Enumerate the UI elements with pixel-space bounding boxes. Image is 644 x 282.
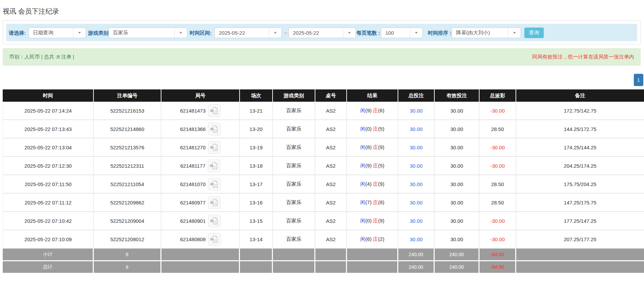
cell-remark: 147.25/175.75 <box>516 194 644 212</box>
select-type-label: 请选择: <box>9 28 26 38</box>
round-no-wrap: 621481270 <box>161 141 239 154</box>
game-type-dropdown[interactable]: 百家乐 <box>108 28 187 38</box>
result-player-value: (6) <box>365 236 371 242</box>
video-replay-button[interactable] <box>208 123 221 135</box>
date-to-dropdown[interactable]: 2025-05-22 <box>289 28 356 38</box>
table-row: 2025-05-22 07:14:24522521216153621481473… <box>3 102 644 120</box>
page-title: 视讯 会员下注纪录 <box>3 7 59 16</box>
column-header-0: 时间 <box>3 89 94 102</box>
game-type-value: 百家乐 <box>109 28 174 38</box>
total-cell-1: 8 <box>94 261 161 274</box>
round-no-value: 621480808 <box>180 236 206 242</box>
result-banker-label: 庄 <box>373 163 378 168</box>
cell-valid-bet: 30.00 <box>435 212 480 230</box>
result-player-value: (0) <box>365 126 371 132</box>
summary-bar: 币别：人民币 | 总共 :8 注单 | 同局有效投注，统一计算在该局第一张注单内 <box>3 48 641 66</box>
result-player-label: 闲 <box>360 144 365 150</box>
round-no-value: 621481070 <box>180 181 206 187</box>
column-header-10: 备注 <box>516 89 644 102</box>
cell-result: 闲(7) 庄(8) <box>347 194 398 212</box>
cell-table-no: AS2 <box>315 212 347 230</box>
column-header-1: 注单编号 <box>94 89 161 102</box>
video-replay-button[interactable] <box>208 196 221 209</box>
result-banker-label: 庄 <box>373 107 378 113</box>
table-row: 2025-05-22 07:13:04522521213576621481270… <box>3 138 644 157</box>
table-row: 2025-05-22 07:13:43522521214860621481366… <box>3 120 644 138</box>
cell-round-no: 621481270 <box>161 138 240 157</box>
tilde-separator: ~ <box>284 28 287 38</box>
cell-total-bet[interactable]: 30.00 <box>398 194 435 212</box>
cell-total-bet[interactable]: 30.00 <box>398 212 435 230</box>
chevron-down-icon <box>73 28 86 38</box>
subtotal-cell-3 <box>240 249 273 261</box>
cell-table-no: AS2 <box>315 138 347 157</box>
cell-total-bet[interactable]: 30.00 <box>398 138 435 157</box>
cell-remark: 174.25/144.25 <box>516 138 644 157</box>
cell-total-bet[interactable]: 30.00 <box>398 120 435 138</box>
video-file-icon <box>210 106 219 115</box>
result-banker-value: (5) <box>378 163 384 168</box>
round-no-value: 621481177 <box>180 163 206 169</box>
cell-time: 2025-05-22 07:10:42 <box>3 212 94 230</box>
cell-result: 闲(6) 庄(2) <box>347 230 398 249</box>
cell-total-bet[interactable]: 30.00 <box>398 157 435 175</box>
video-replay-button[interactable] <box>208 178 221 190</box>
result-player-label: 闲 <box>360 163 365 168</box>
video-replay-button[interactable] <box>208 104 221 117</box>
cell-result: 闲(0) 庄(5) <box>347 120 398 138</box>
round-no-value: 621480977 <box>180 200 206 205</box>
total-cell-0: 总计 <box>3 261 94 274</box>
filter-bar: 请选择: 日期查询 游戏类别 百家乐 时间区间: 2025-05-22 ~ 20… <box>6 24 637 41</box>
result-banker-value: (5) <box>378 126 384 132</box>
round-no-wrap: 621480808 <box>161 233 239 246</box>
cell-valid-bet: 30.00 <box>435 102 480 120</box>
query-type-dropdown[interactable]: 日期查询 <box>29 28 86 38</box>
subtotal-cell-5 <box>315 249 347 261</box>
video-replay-button[interactable] <box>208 141 221 154</box>
cell-total-bet[interactable]: 30.00 <box>398 102 435 120</box>
cell-result: 闲(4) 庄(9) <box>347 175 398 194</box>
subtotal-cell-8: 240.00 <box>435 249 480 261</box>
cell-session: 13-18 <box>240 157 273 175</box>
table-row: 2025-05-22 07:10:09522521208012621480808… <box>3 230 644 249</box>
video-replay-button[interactable] <box>208 233 221 246</box>
total-cell-7: 240.00 <box>398 261 435 274</box>
cell-session: 13-15 <box>240 212 273 230</box>
cell-total-bet[interactable]: 30.00 <box>398 175 435 194</box>
cell-bet-no: 522521209862 <box>94 194 161 212</box>
total-cell-4 <box>273 261 315 274</box>
cell-remark: 172.75/142.75 <box>516 102 644 120</box>
result-player-label: 闲 <box>360 236 365 242</box>
game-type-label: 游戏类别 <box>88 28 108 38</box>
subtotal-cell-2 <box>161 249 240 261</box>
round-no-value: 621481270 <box>180 145 206 150</box>
pagination-page-1[interactable]: 1 <box>634 74 643 86</box>
video-replay-button[interactable] <box>208 160 220 172</box>
result-player-value: (0) <box>365 218 371 223</box>
search-button[interactable]: 查询 <box>524 28 544 38</box>
total-cell-6 <box>347 261 398 274</box>
result-player-label: 闲 <box>360 218 365 223</box>
cell-total-bet[interactable]: 30.00 <box>398 230 435 249</box>
cell-game: 百家乐 <box>273 212 315 230</box>
cell-bet-no: 522521213576 <box>94 138 161 157</box>
cell-remark: 177.25/147.25 <box>516 212 644 230</box>
result-banker-label: 庄 <box>373 126 378 132</box>
cell-round-no: 621481177 <box>161 157 240 175</box>
total-cell-9: -64.50 <box>480 261 516 274</box>
cell-game: 百家乐 <box>273 120 315 138</box>
page-size-dropdown[interactable]: 100 <box>381 28 423 38</box>
video-file-icon <box>210 180 219 189</box>
cell-table-no: AS2 <box>315 230 347 249</box>
cell-session: 13-14 <box>240 230 273 249</box>
time-sort-dropdown[interactable]: 降幂(由大到小) <box>452 28 521 38</box>
subtotal-cell-7: 240.00 <box>398 249 435 261</box>
date-from-dropdown[interactable]: 2025-05-22 <box>214 28 282 38</box>
result-banker-value: (2) <box>378 236 384 242</box>
cell-remark: 207.25/177.25 <box>516 230 644 249</box>
cell-valid-bet: 30.00 <box>435 120 480 138</box>
round-no-value: 621481366 <box>180 126 206 132</box>
video-replay-button[interactable] <box>208 215 221 227</box>
summary-currency-count: 币别：人民币 | 总共 :8 注单 | <box>9 54 74 60</box>
cell-remark: 144.25/172.75 <box>516 120 644 138</box>
